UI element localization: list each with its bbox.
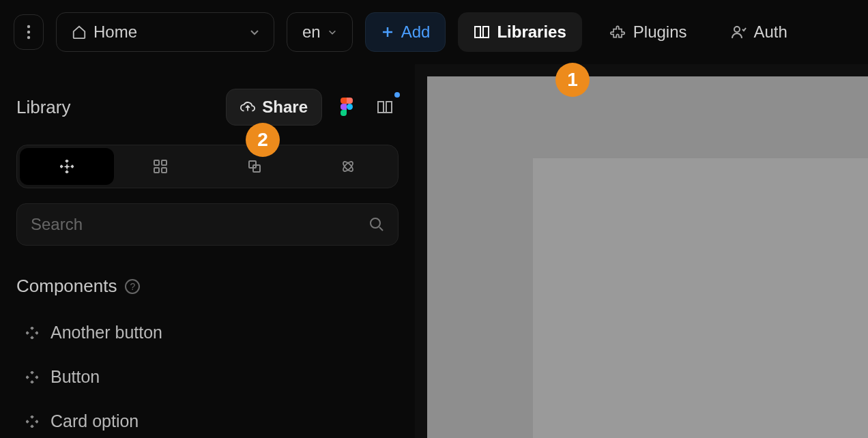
svg-rect-26 [30,424,34,428]
component-item[interactable]: Card option [16,399,399,438]
figma-icon [341,98,353,117]
figma-button[interactable] [333,93,360,121]
search-icon [369,217,384,232]
share-label: Share [262,98,308,117]
svg-rect-20 [35,331,38,335]
canvas-artboard[interactable] [533,158,868,438]
svg-rect-28 [35,420,38,424]
svg-rect-27 [26,420,29,424]
notification-dot [394,92,400,98]
svg-rect-11 [162,168,167,173]
topbar: Home en Add Libraries Plugins Auth [0,0,868,64]
auth-tab[interactable]: Auth [715,12,803,52]
language-label: en [302,23,321,42]
canvas-area [415,64,868,438]
svg-rect-22 [30,380,34,383]
component-label: Another button [50,323,162,342]
components-title: Components [16,276,117,297]
svg-rect-9 [162,160,167,165]
sidebar: Library Share [0,64,415,438]
search-input[interactable] [31,215,369,234]
plugins-label: Plugins [633,23,687,42]
svg-rect-10 [154,168,159,173]
svg-point-2 [27,36,30,39]
cloud-upload-icon [240,100,255,114]
svg-rect-21 [30,371,34,375]
component-icon [26,371,38,383]
svg-rect-23 [26,375,29,379]
component-icon [26,327,38,339]
auth-label: Auth [754,23,787,42]
plugins-tab[interactable]: Plugins [594,12,703,52]
layers-icon [248,160,261,173]
user-icon [731,24,747,40]
svg-point-0 [27,25,30,28]
annotation-badge-1: 1 [555,63,590,97]
home-dropdown[interactable]: Home [56,12,274,52]
component-label: Card option [50,411,139,431]
component-label: Button [50,367,100,387]
component-item[interactable]: Another button [16,310,399,355]
svg-rect-18 [30,336,34,339]
svg-rect-25 [30,415,34,419]
tab-components[interactable] [20,148,114,185]
libraries-label: Libraries [497,23,566,42]
svg-point-16 [371,218,380,228]
components-header: Components ? [16,276,399,297]
svg-point-3 [734,27,740,32]
library-header: Library Share [16,64,399,138]
language-dropdown[interactable]: en [287,12,353,52]
component-item[interactable]: Button [16,355,399,399]
dots-vertical-icon [27,25,31,40]
library-title: Library [16,97,215,118]
docs-button[interactable] [371,93,399,121]
chevron-down-icon [249,27,260,38]
share-button[interactable]: Share [226,89,322,126]
grid-icon [154,160,167,173]
component-icon [26,415,38,428]
svg-rect-17 [30,327,34,330]
canvas[interactable] [427,76,868,438]
svg-rect-8 [154,160,159,165]
sparkle-icon [60,160,74,173]
puzzle-icon [610,24,626,40]
svg-rect-24 [35,375,38,379]
svg-rect-5 [65,170,69,173]
menu-button[interactable] [14,14,44,50]
svg-rect-6 [60,164,63,169]
add-label: Add [401,23,431,42]
plus-icon [381,25,394,39]
book-open-icon [376,100,394,115]
libraries-tab[interactable]: Libraries [458,12,581,52]
svg-rect-19 [26,331,29,335]
add-button[interactable]: Add [365,12,446,52]
tab-grid[interactable] [114,148,208,185]
svg-rect-4 [65,160,69,163]
home-icon [72,25,87,40]
chevron-down-icon [328,27,337,37]
atom-icon [341,159,356,174]
main-area: Library Share [0,64,868,438]
tab-atom[interactable] [302,148,396,185]
book-open-icon [474,25,490,40]
svg-point-1 [27,31,30,33]
help-icon[interactable]: ? [125,279,140,294]
annotation-badge-2: 2 [246,123,280,157]
home-label: Home [93,23,137,42]
svg-rect-7 [70,164,74,169]
view-tabs [16,145,399,188]
search-container [16,203,399,246]
